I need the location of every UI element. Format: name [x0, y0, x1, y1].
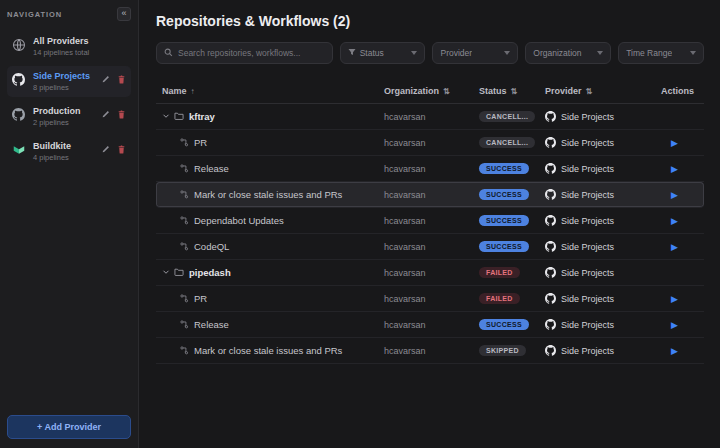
table-body: kftray hcavarsan CANCELL... Side Project…: [156, 104, 704, 364]
workflow-icon: [180, 216, 189, 225]
row-organization: hcavarsan: [378, 190, 473, 200]
all-providers-label: All Providers: [33, 36, 127, 46]
run-workflow-button[interactable]: ▶: [661, 294, 678, 304]
row-organization: hcavarsan: [378, 346, 473, 356]
row-provider: Side Projects: [539, 293, 655, 304]
provider-label: Buildkite: [33, 141, 93, 151]
row-organization: hcavarsan: [378, 320, 473, 330]
delete-provider-button[interactable]: [116, 109, 127, 120]
table-row[interactable]: Mark or close stale issues and PRs hcava…: [156, 182, 704, 208]
row-organization: hcavarsan: [378, 112, 473, 122]
buildkite-icon: [11, 142, 26, 157]
github-icon: [545, 189, 556, 200]
column-header-actions: Actions: [655, 86, 705, 96]
chevron-down-icon: [690, 51, 696, 55]
table-row[interactable]: Release hcavarsan SUCCESS Side Projects …: [156, 312, 704, 338]
row-name: CodeQL: [194, 241, 229, 252]
run-workflow-button[interactable]: ▶: [661, 190, 678, 200]
table-row[interactable]: kftray hcavarsan CANCELL... Side Project…: [156, 104, 704, 130]
organization-filter-dropdown[interactable]: Organization: [525, 42, 611, 64]
chevron-down-icon: [504, 51, 510, 55]
status-badge: CANCELL...: [479, 111, 535, 122]
column-header-provider[interactable]: Provider⇅: [539, 86, 655, 96]
run-workflow-button[interactable]: ▶: [661, 138, 678, 148]
main-content: Repositories & Workflows (2) Status Prov…: [139, 0, 720, 448]
sidebar-item-all-providers[interactable]: All Providers 14 pipelines total: [7, 31, 131, 62]
edit-provider-button[interactable]: [100, 109, 111, 120]
run-workflow-button[interactable]: ▶: [661, 320, 678, 330]
table-row[interactable]: CodeQL hcavarsan SUCCESS Side Projects ▶: [156, 234, 704, 260]
row-provider: Side Projects: [539, 137, 655, 148]
row-provider: Side Projects: [539, 163, 655, 174]
all-providers-sublabel: 14 pipelines total: [33, 48, 127, 57]
provider-sublabel: 8 pipelines: [33, 83, 93, 92]
status-filter-dropdown[interactable]: Status: [340, 42, 426, 64]
edit-provider-button[interactable]: [100, 144, 111, 155]
delete-provider-button[interactable]: [116, 144, 127, 155]
row-name: Release: [194, 319, 229, 330]
row-organization: hcavarsan: [378, 216, 473, 226]
provider-name: Side Projects: [561, 268, 614, 278]
add-provider-button[interactable]: + Add Provider: [7, 415, 131, 439]
provider-filter-dropdown[interactable]: Provider: [432, 42, 518, 64]
run-workflow-button[interactable]: ▶: [661, 346, 678, 356]
provider-name: Side Projects: [561, 164, 614, 174]
time-range-filter-label: Time Range: [626, 48, 672, 58]
run-workflow-button[interactable]: ▶: [661, 164, 678, 174]
row-name: pipedash: [189, 267, 231, 278]
search-input-container[interactable]: [156, 42, 333, 64]
run-workflow-button[interactable]: ▶: [661, 242, 678, 252]
row-name-cell: Release: [156, 319, 378, 330]
sidebar-item-production[interactable]: Production 2 pipelines: [7, 101, 131, 132]
row-organization: hcavarsan: [378, 268, 473, 278]
row-organization: hcavarsan: [378, 242, 473, 252]
workflow-icon: [180, 164, 189, 173]
status-badge: CANCELL...: [479, 137, 535, 148]
edit-provider-button[interactable]: [100, 74, 111, 85]
row-name-cell: PR: [156, 137, 378, 148]
organization-filter-label: Organization: [533, 48, 581, 58]
search-icon: [164, 48, 173, 59]
search-input[interactable]: [178, 48, 325, 58]
row-name: Mark or close stale issues and PRs: [194, 345, 342, 356]
table-row[interactable]: Dependabot Updates hcavarsan SUCCESS Sid…: [156, 208, 704, 234]
status-badge: FAILED: [479, 267, 520, 278]
table-row[interactable]: PR hcavarsan CANCELL... Side Projects ▶: [156, 130, 704, 156]
status-badge: SUCCESS: [479, 215, 529, 226]
row-organization: hcavarsan: [378, 294, 473, 304]
github-icon: [545, 267, 556, 278]
row-provider: Side Projects: [539, 345, 655, 356]
column-header-name[interactable]: Name↑: [156, 86, 378, 96]
sidebar-item-side-projects[interactable]: Side Projects 8 pipelines: [7, 66, 131, 97]
github-icon: [545, 319, 556, 330]
collapse-sidebar-button[interactable]: «: [117, 7, 131, 21]
chevron-down-icon[interactable]: [162, 267, 170, 278]
page-title: Repositories & Workflows (2): [156, 13, 704, 29]
sort-asc-icon: ↑: [191, 87, 195, 96]
column-header-status[interactable]: Status⇅: [473, 86, 539, 96]
column-header-organization[interactable]: Organization⇅: [378, 86, 473, 96]
row-name: PR: [194, 137, 207, 148]
chevron-down-icon[interactable]: [162, 111, 170, 122]
provider-label: Production: [33, 106, 93, 116]
row-provider: Side Projects: [539, 319, 655, 330]
delete-provider-button[interactable]: [116, 74, 127, 85]
provider-name: Side Projects: [561, 216, 614, 226]
status-badge: SUCCESS: [479, 241, 529, 252]
workflow-icon: [180, 138, 189, 147]
run-workflow-button[interactable]: ▶: [661, 216, 678, 226]
status-badge: SUCCESS: [479, 319, 529, 330]
table-header: Name↑ Organization⇅ Status⇅ Provider⇅ Ac…: [156, 79, 704, 104]
github-icon: [11, 107, 26, 122]
time-range-filter-dropdown[interactable]: Time Range: [618, 42, 704, 64]
github-icon: [545, 215, 556, 226]
table-row[interactable]: pipedash hcavarsan FAILED Side Projects …: [156, 260, 704, 286]
github-icon: [11, 72, 26, 87]
provider-sublabel: 2 pipelines: [33, 118, 93, 127]
table-row[interactable]: PR hcavarsan FAILED Side Projects ▶: [156, 286, 704, 312]
workflow-icon: [180, 346, 189, 355]
table-row[interactable]: Mark or close stale issues and PRs hcava…: [156, 338, 704, 364]
row-organization: hcavarsan: [378, 164, 473, 174]
sidebar-item-buildkite[interactable]: Buildkite 4 pipelines: [7, 136, 131, 167]
table-row[interactable]: Release hcavarsan SUCCESS Side Projects …: [156, 156, 704, 182]
